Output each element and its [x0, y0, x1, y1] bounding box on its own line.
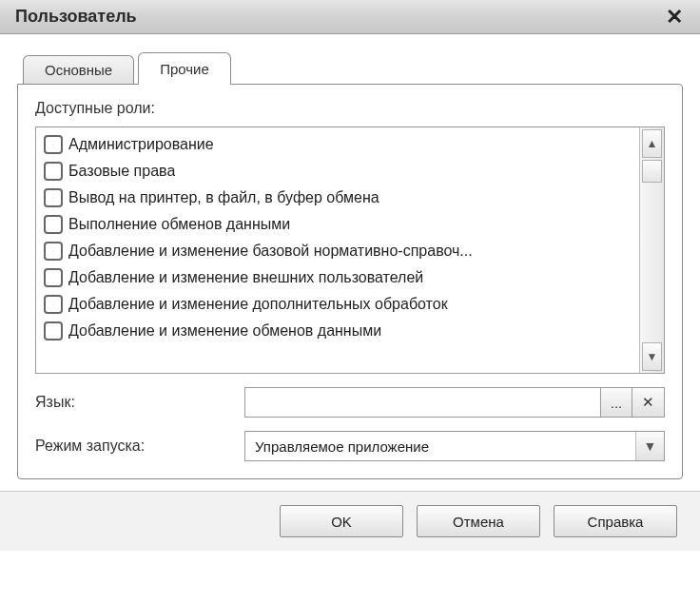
titlebar: Пользователь ✕ [0, 0, 700, 34]
button-label: OK [331, 514, 352, 530]
chevron-down-icon: ▼ [635, 432, 664, 460]
clear-button[interactable]: ✕ [632, 387, 665, 418]
list-item[interactable]: Администрирование [36, 131, 639, 158]
tabstrip: Основные Прочие [23, 51, 683, 84]
launch-mode-field-group: Управляемое приложение ▼ [244, 431, 665, 461]
launch-mode-label: Режим запуска: [35, 438, 244, 455]
content-area: Основные Прочие Доступные роли: Админист… [0, 34, 700, 491]
language-field-group: ... ✕ [244, 387, 665, 418]
list-item[interactable]: Вывод на принтер, в файл, в буфер обмена [36, 185, 639, 211]
list-item[interactable]: Базовые права [36, 158, 639, 185]
list-item[interactable]: Добавление и изменение внешних пользоват… [36, 264, 639, 291]
ellipsis-icon: ... [611, 395, 623, 411]
scroll-up-button[interactable]: ▲ [642, 129, 662, 158]
list-item[interactable]: Добавление и изменение дополнительных об… [36, 291, 639, 318]
checkbox[interactable] [44, 268, 63, 287]
role-label: Выполнение обменов данными [68, 216, 290, 233]
scroll-track[interactable] [642, 160, 662, 340]
checkbox[interactable] [44, 321, 63, 340]
language-row: Язык: ... ✕ [35, 387, 665, 418]
language-label: Язык: [35, 394, 244, 411]
button-label: Справка [588, 514, 644, 530]
ok-button[interactable]: OK [280, 505, 403, 537]
close-icon: ✕ [642, 394, 654, 411]
tab-label: Основные [45, 62, 112, 78]
checkbox[interactable] [44, 295, 63, 314]
button-label: Отмена [453, 514, 504, 530]
scrollbar: ▲ ▼ [639, 127, 664, 373]
checkbox[interactable] [44, 215, 63, 234]
tab-panel-other: Доступные роли: Администрирование Базовы… [17, 84, 683, 479]
launch-mode-row: Режим запуска: Управляемое приложение ▼ [35, 431, 665, 461]
list-item[interactable]: Выполнение обменов данными [36, 211, 639, 238]
launch-mode-dropdown[interactable]: Управляемое приложение ▼ [244, 431, 665, 461]
tab-main[interactable]: Основные [23, 55, 134, 84]
list-item[interactable]: Добавление и изменение обменов данными [36, 318, 639, 344]
roles-heading: Доступные роли: [35, 100, 665, 117]
role-label: Добавление и изменение базовой нормативн… [68, 243, 473, 260]
role-label: Добавление и изменение дополнительных об… [68, 296, 448, 313]
checkbox[interactable] [44, 242, 63, 261]
list-item[interactable]: Добавление и изменение базовой нормативн… [36, 238, 639, 264]
scroll-down-button[interactable]: ▼ [642, 342, 662, 371]
cancel-button[interactable]: Отмена [417, 505, 540, 537]
help-button[interactable]: Справка [554, 505, 677, 537]
chevron-down-icon: ▼ [647, 350, 658, 363]
window-title: Пользователь [15, 7, 137, 27]
close-icon[interactable]: ✕ [660, 7, 689, 28]
checkbox[interactable] [44, 162, 63, 181]
chevron-up-icon: ▲ [647, 137, 658, 150]
select-button[interactable]: ... [600, 387, 632, 418]
dropdown-value: Управляемое приложение [245, 435, 635, 458]
role-label: Администрирование [68, 136, 214, 153]
roles-list[interactable]: Администрирование Базовые права Вывод на… [36, 127, 639, 373]
language-input[interactable] [244, 387, 600, 418]
roles-listbox: Администрирование Базовые права Вывод на… [35, 126, 665, 374]
role-label: Добавление и изменение обменов данными [68, 322, 381, 340]
dialog-footer: OK Отмена Справка [0, 491, 700, 551]
tab-other[interactable]: Прочие [138, 52, 231, 85]
role-label: Добавление и изменение внешних пользоват… [68, 269, 423, 286]
checkbox[interactable] [44, 135, 63, 154]
checkbox[interactable] [44, 188, 63, 207]
scroll-thumb[interactable] [642, 160, 662, 183]
tab-label: Прочие [160, 61, 209, 77]
role-label: Базовые права [68, 163, 175, 180]
role-label: Вывод на принтер, в файл, в буфер обмена [68, 189, 379, 206]
